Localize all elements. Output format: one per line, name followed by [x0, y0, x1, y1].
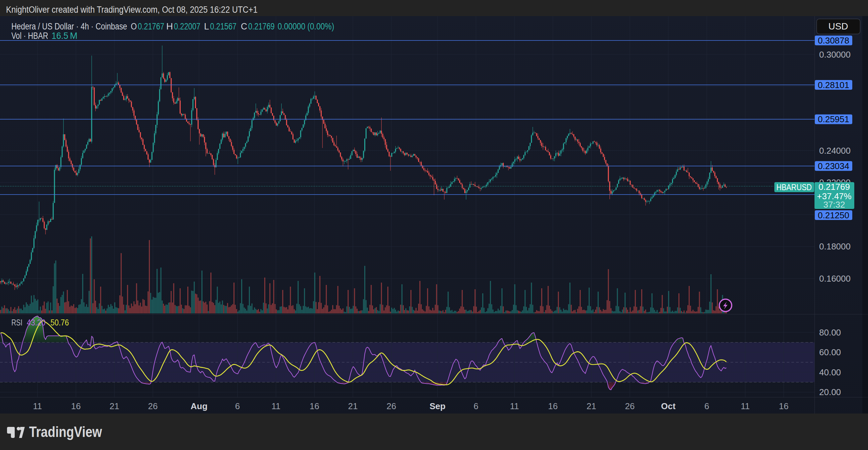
svg-text:0.25951: 0.25951 — [818, 114, 849, 124]
svg-text:6: 6 — [235, 401, 240, 411]
svg-text:0.21250: 0.21250 — [818, 210, 849, 220]
svg-text:RSI43.2050.76: RSI43.2050.76 — [11, 317, 69, 328]
svg-text:16: 16 — [548, 401, 558, 411]
svg-text:21: 21 — [348, 401, 358, 411]
svg-text:Oct: Oct — [661, 401, 676, 411]
svg-text:20.00: 20.00 — [819, 387, 841, 397]
svg-text:0.16000: 0.16000 — [819, 274, 850, 284]
svg-text:0.28101: 0.28101 — [818, 80, 849, 90]
svg-text:26: 26 — [148, 401, 158, 411]
svg-text:26: 26 — [625, 401, 635, 411]
svg-text:16: 16 — [310, 401, 319, 411]
svg-text:21: 21 — [110, 401, 119, 411]
svg-text:0.18000: 0.18000 — [819, 242, 850, 251]
svg-text:USD: USD — [828, 21, 848, 31]
svg-text:TradingView: TradingView — [29, 423, 102, 440]
svg-text:0.30878: 0.30878 — [818, 35, 849, 46]
svg-text:21: 21 — [587, 401, 596, 411]
svg-text:Sep: Sep — [430, 401, 445, 411]
svg-text:40.00: 40.00 — [819, 367, 841, 377]
svg-text:KnightOliver created with Trad: KnightOliver created with TradingView.co… — [6, 5, 257, 15]
svg-text:6: 6 — [474, 401, 478, 411]
svg-text:Aug: Aug — [191, 401, 208, 411]
svg-text:6: 6 — [705, 401, 709, 411]
svg-text:0.23034: 0.23034 — [818, 161, 849, 171]
svg-text:37:32: 37:32 — [823, 200, 845, 209]
svg-text:11: 11 — [510, 401, 519, 411]
svg-text:16: 16 — [779, 401, 789, 411]
svg-text:16: 16 — [71, 401, 81, 411]
svg-text:0.24000: 0.24000 — [819, 146, 850, 156]
svg-text:26: 26 — [387, 401, 396, 411]
svg-text:0.30000: 0.30000 — [819, 50, 850, 60]
svg-text:0.21769: 0.21769 — [818, 182, 850, 192]
svg-text:Vol · HBAR16.5M: Vol · HBAR16.5M — [11, 31, 78, 41]
svg-text:80.00: 80.00 — [819, 328, 841, 337]
svg-text:11: 11 — [272, 401, 281, 411]
svg-text:Hedera / US Dollar · 4h · Coin: Hedera / US Dollar · 4h · CoinbaseO0.217… — [11, 22, 334, 31]
svg-text:60.00: 60.00 — [819, 347, 841, 357]
svg-text:11: 11 — [33, 401, 42, 411]
svg-text:HBARUSD: HBARUSD — [776, 182, 812, 192]
svg-text:11: 11 — [741, 401, 750, 411]
